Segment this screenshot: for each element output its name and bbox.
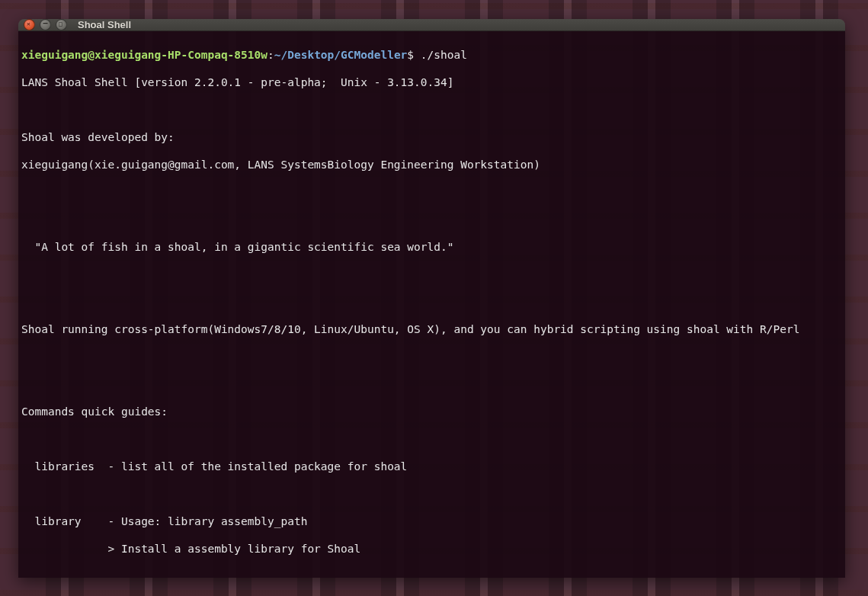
cross-platform-line: Shoal running cross-platform(Windows7/8/… [21, 322, 842, 336]
cmd-library-usage: library - Usage: library assembly_path [21, 514, 842, 528]
blank-line [21, 268, 842, 281]
blank-line [21, 185, 842, 199]
terminal-window: Shoal Shell xieguigang@xieguigang-HP-Com… [18, 19, 845, 578]
minimize-icon[interactable] [40, 19, 51, 30]
blank-line [21, 295, 842, 309]
quote-line: "A lot of fish in a shoal, in a gigantic… [21, 240, 842, 254]
cmd-libraries: libraries - list all of the installed pa… [21, 460, 842, 473]
blank-line [21, 213, 842, 226]
prompt-user-host: xieguigang@xieguigang-HP-Compaq-8510w [21, 49, 267, 61]
close-icon[interactable] [24, 19, 35, 30]
maximize-icon[interactable] [56, 19, 67, 30]
dev-header: Shoal was developed by: [21, 130, 842, 144]
blank-line [21, 350, 842, 364]
banner-version: LANS Shoal Shell [version 2.2.0.1 - pre-… [21, 75, 842, 89]
prompt-colon: : [267, 49, 274, 61]
blank-line [21, 432, 842, 446]
cmd-library-desc: > Install a assembly library for Shoal [21, 542, 842, 556]
guides-header: Commands quick guides: [21, 405, 842, 418]
titlebar[interactable]: Shoal Shell [18, 19, 845, 31]
typed-command: ./shoal [421, 49, 467, 61]
terminal-body[interactable]: xieguigang@xieguigang-HP-Compaq-8510w:~/… [18, 31, 845, 578]
blank-line [21, 377, 842, 391]
prompt-dollar: $ [407, 49, 420, 61]
window-title: Shoal Shell [78, 19, 131, 30]
blank-line [21, 569, 842, 578]
prompt-path: ~/Desktop/GCModeller [274, 49, 408, 61]
dev-line: xieguigang(xie.guigang@gmail.com, LANS S… [21, 158, 842, 171]
blank-line [21, 103, 842, 117]
prompt-line: xieguigang@xieguigang-HP-Compaq-8510w:~/… [21, 48, 842, 62]
blank-line [21, 487, 842, 501]
